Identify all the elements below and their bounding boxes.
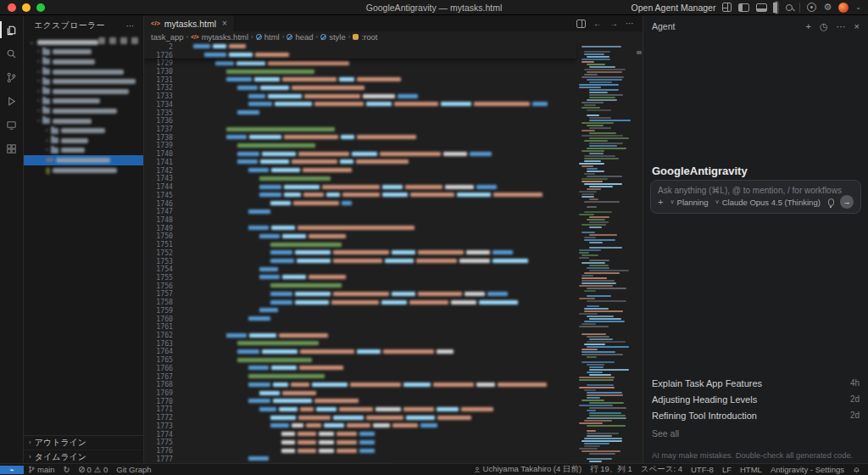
- sticky-scroll[interactable]: 21726: [144, 42, 576, 59]
- window-controls[interactable]: [0, 3, 51, 12]
- code-line[interactable]: 1754: [144, 265, 576, 273]
- history-icon[interactable]: ◷: [820, 21, 828, 32]
- tree-item[interactable]: ›: [24, 97, 143, 107]
- minimap[interactable]: [576, 42, 636, 463]
- scrollbar-thumb[interactable]: [637, 51, 642, 54]
- close-window-button[interactable]: [8, 3, 16, 12]
- code-line[interactable]: 1767: [144, 372, 576, 381]
- agent-more-icon[interactable]: ⋯: [837, 21, 846, 32]
- sticky-code-line[interactable]: 2: [144, 42, 576, 51]
- code-line[interactable]: 1748: [144, 215, 576, 224]
- tree-item[interactable]: ›: [24, 136, 143, 146]
- code-line[interactable]: 1777: [144, 455, 576, 463]
- split-editor-icon[interactable]: [576, 20, 586, 28]
- sticky-code-line[interactable]: 1726: [144, 51, 576, 59]
- history-item[interactable]: Explain Task App Features4h: [652, 375, 860, 391]
- toggle-right-panel-button[interactable]: [774, 1, 779, 14]
- tree-item[interactable]: ›: [24, 116, 143, 126]
- code-line[interactable]: 1772: [144, 413, 576, 422]
- navigate-forward-icon[interactable]: →: [609, 19, 618, 28]
- account-chevron-icon[interactable]: ⌄: [855, 3, 861, 11]
- send-button[interactable]: →: [840, 195, 854, 209]
- editor-more-actions-icon[interactable]: ⋯: [626, 19, 634, 28]
- code-line[interactable]: 1770: [144, 397, 576, 405]
- account-avatar[interactable]: [838, 3, 849, 13]
- code-line[interactable]: 1758: [144, 298, 576, 306]
- open-agent-manager-button[interactable]: Open Agent Manager: [632, 3, 716, 13]
- code-line[interactable]: 1768: [144, 380, 576, 388]
- new-chat-icon[interactable]: +: [806, 21, 811, 32]
- model-dropdown[interactable]: ∨ Claude Opus 4.5 (Thinking): [715, 198, 821, 207]
- branch-indicator[interactable]: main: [24, 465, 59, 474]
- code-line[interactable]: 1759: [144, 306, 576, 315]
- code-line[interactable]: 1734: [144, 100, 576, 109]
- code-line[interactable]: 1740: [144, 149, 576, 158]
- tree-item[interactable]: ›: [24, 87, 143, 97]
- close-panel-icon[interactable]: ×: [854, 21, 860, 32]
- code-line[interactable]: 1776: [144, 446, 576, 455]
- sync-button[interactable]: ↻: [59, 465, 75, 474]
- attach-icon[interactable]: +: [658, 197, 663, 207]
- toggle-left-panel-icon[interactable]: [738, 3, 749, 12]
- code-line[interactable]: 1733: [144, 92, 576, 100]
- code-line[interactable]: 1745: [144, 191, 576, 199]
- settings-indicator[interactable]: Antigravity - Settings: [766, 465, 849, 474]
- gear-icon[interactable]: ⚙: [823, 3, 832, 12]
- code-line[interactable]: 1744: [144, 182, 576, 191]
- tab-mytasks[interactable]: </> mytasks.html ×: [144, 15, 235, 31]
- code-line[interactable]: 1760: [144, 315, 576, 323]
- tree-item[interactable]: ›: [24, 106, 143, 116]
- code-line[interactable]: 1739: [144, 142, 576, 150]
- code-line[interactable]: 1764: [144, 348, 576, 356]
- tree-item[interactable]: </>: [24, 155, 143, 165]
- breadcrumb-item[interactable]: html: [256, 32, 280, 42]
- notifications-button[interactable]: [849, 466, 865, 473]
- breadcrumb-item[interactable]: style: [320, 32, 346, 42]
- zoom-window-button[interactable]: [36, 3, 45, 12]
- remote-indicator[interactable]: ⌁: [0, 466, 24, 474]
- search-icon[interactable]: [786, 4, 793, 11]
- toggle-bottom-panel-icon[interactable]: [756, 3, 767, 12]
- agent-input-box[interactable]: Ask anything (⌘L), @ to mention, / for w…: [650, 180, 861, 214]
- encoding-indicator[interactable]: UTF-8: [687, 465, 718, 474]
- code-line[interactable]: 1747: [144, 207, 576, 215]
- tree-item[interactable]: ›: [24, 67, 143, 77]
- code-line[interactable]: 1771: [144, 405, 576, 414]
- breadcrumb-item[interactable]: task_app: [151, 32, 184, 42]
- file-tree[interactable]: ⌄›››››››››››</>{}: [24, 36, 143, 435]
- code-line[interactable]: 1761: [144, 322, 576, 331]
- tree-item[interactable]: ›: [24, 48, 143, 58]
- code-line[interactable]: 1752: [144, 249, 576, 257]
- activitybar-remote-explorer[interactable]: [0, 115, 24, 134]
- outline-section[interactable]: › アウトライン: [24, 436, 143, 450]
- breadcrumb-item[interactable]: :root: [353, 32, 377, 42]
- cursor-position[interactable]: 行 19、列 1: [586, 464, 637, 475]
- editor-scrollbar[interactable]: [636, 42, 643, 463]
- activitybar-extensions[interactable]: [0, 139, 24, 158]
- language-mode[interactable]: HTML: [736, 465, 766, 474]
- code-line[interactable]: 1741: [144, 158, 576, 166]
- minimize-window-button[interactable]: [22, 3, 31, 12]
- code-line[interactable]: 1753: [144, 257, 576, 265]
- history-item[interactable]: Refining Tool Introduction2d: [652, 407, 860, 423]
- code-line[interactable]: 1738: [144, 133, 576, 142]
- code-line[interactable]: 1729: [144, 59, 576, 67]
- code-line[interactable]: 1769: [144, 388, 576, 397]
- blame-indicator[interactable]: Uchiyama Takahiro (4 日前): [470, 464, 587, 475]
- code-line[interactable]: 1751: [144, 240, 576, 249]
- code-line[interactable]: 1730: [144, 67, 576, 75]
- activitybar-search[interactable]: [0, 44, 24, 63]
- code-line[interactable]: 1750: [144, 232, 576, 241]
- history-item[interactable]: Adjusting Heading Levels2d: [652, 391, 860, 407]
- mode-dropdown[interactable]: ∨ Planning: [670, 198, 708, 207]
- code-line[interactable]: 1732: [144, 84, 576, 92]
- microphone-icon[interactable]: [828, 198, 834, 206]
- code-line[interactable]: 1773: [144, 422, 576, 430]
- assistant-icon[interactable]: [807, 3, 816, 12]
- code-line[interactable]: 1757: [144, 290, 576, 299]
- code-line[interactable]: 1765: [144, 355, 576, 364]
- activitybar-run-debug[interactable]: [0, 92, 24, 110]
- activitybar-source-control[interactable]: [0, 68, 24, 87]
- agent-input-placeholder[interactable]: Ask anything (⌘L), @ to mention, / for w…: [658, 186, 854, 195]
- close-tab-icon[interactable]: ×: [222, 19, 227, 28]
